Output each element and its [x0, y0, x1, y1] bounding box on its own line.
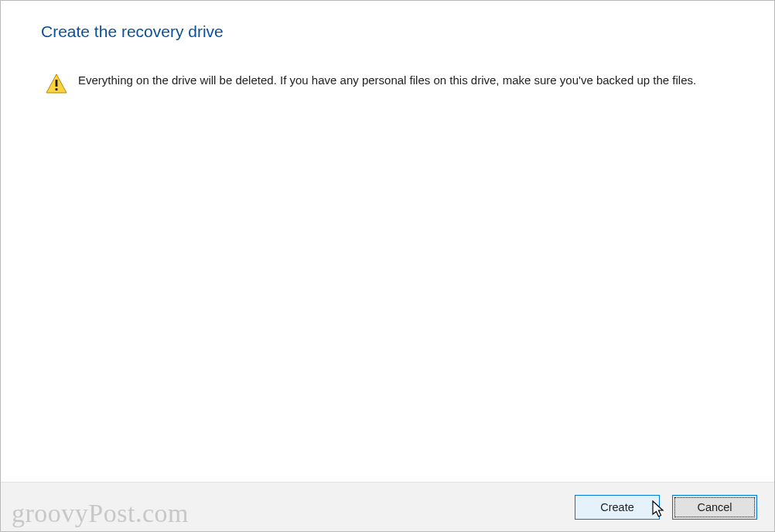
recovery-drive-wizard: Create the recovery drive Everything on …	[0, 0, 775, 532]
warning-row: Everything on the drive will be deleted.…	[41, 72, 722, 94]
warning-text: Everything on the drive will be deleted.…	[78, 72, 696, 89]
wizard-footer: groovyPost.com Create Cancel	[1, 482, 774, 531]
warning-icon	[46, 73, 67, 94]
wizard-content: Create the recovery drive Everything on …	[1, 1, 774, 482]
create-button[interactable]: Create	[575, 495, 660, 520]
watermark-text: groovyPost.com	[12, 499, 189, 528]
cancel-button[interactable]: Cancel	[672, 495, 757, 520]
svg-rect-1	[56, 80, 58, 87]
page-title: Create the recovery drive	[41, 22, 734, 41]
svg-rect-2	[56, 88, 58, 90]
